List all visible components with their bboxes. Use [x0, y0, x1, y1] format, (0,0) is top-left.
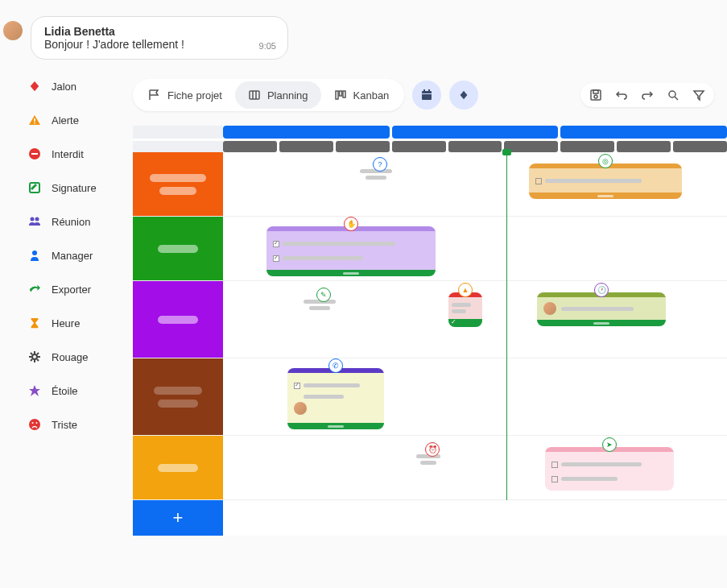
- share-icon: [27, 282, 42, 296]
- chat-text: Bonjour ! J'adore tellement !: [44, 38, 239, 51]
- svg-rect-12: [250, 91, 259, 99]
- gantt-subheader: [133, 141, 727, 152]
- sub-period[interactable]: [336, 141, 390, 152]
- legend-label: Manager: [52, 250, 93, 262]
- svg-point-5: [31, 217, 35, 222]
- search-icon: [667, 89, 679, 101]
- row-label[interactable]: [133, 281, 223, 358]
- svg-rect-0: [34, 118, 35, 122]
- svg-rect-20: [423, 89, 425, 92]
- sub-period[interactable]: [279, 141, 333, 152]
- legend-triste[interactable]: Triste: [27, 417, 133, 432]
- edit-icon: ✎: [316, 288, 331, 302]
- tab-planning[interactable]: Planning: [235, 81, 321, 109]
- legend-etoile[interactable]: Étoile: [27, 383, 133, 398]
- legend-label: Réunion: [52, 216, 90, 228]
- task-card[interactable]: ◎: [529, 164, 682, 199]
- legend-heure[interactable]: Heure: [27, 316, 133, 330]
- svg-point-25: [669, 91, 675, 97]
- row-label[interactable]: [133, 358, 223, 435]
- legend-label: Signature: [52, 182, 97, 194]
- chat-timestamp: 9:05: [259, 41, 276, 51]
- tab-label: Kanban: [353, 89, 390, 101]
- legend-label: Rouage: [52, 351, 89, 363]
- calendar-button[interactable]: [412, 81, 441, 110]
- legend-label: Interdit: [52, 148, 84, 160]
- legend-manager[interactable]: Manager: [27, 248, 133, 263]
- legend-signature[interactable]: Signature: [27, 180, 133, 195]
- svg-point-9: [29, 419, 40, 430]
- redo-icon: [641, 89, 654, 101]
- task-card[interactable]: ➤: [545, 447, 674, 491]
- legend-interdit[interactable]: Interdit: [27, 147, 133, 161]
- diamond-button[interactable]: [449, 81, 478, 110]
- svg-rect-17: [343, 91, 345, 97]
- sub-period[interactable]: [223, 141, 277, 152]
- gantt-row: ✎ ▲ ✓: [133, 281, 727, 358]
- edit-icon: [27, 180, 42, 195]
- save-button[interactable]: [589, 88, 603, 102]
- sub-period[interactable]: [617, 141, 671, 152]
- legend-exporter[interactable]: Exporter: [27, 282, 133, 296]
- svg-rect-16: [339, 91, 341, 96]
- legend-label: Étoile: [52, 385, 78, 397]
- legend-jalon[interactable]: Jalon: [27, 79, 133, 93]
- sub-period[interactable]: [673, 141, 727, 152]
- sub-period[interactable]: [560, 141, 614, 152]
- row-label[interactable]: [133, 217, 223, 280]
- task-card[interactable]: ⏰: [416, 452, 448, 467]
- time-period[interactable]: [560, 126, 727, 139]
- diamond-icon: [458, 89, 469, 101]
- legend-label: Triste: [52, 419, 77, 431]
- alert-icon: [27, 113, 42, 127]
- gantt-row: ? ◎: [133, 152, 727, 217]
- add-row-button[interactable]: +: [133, 500, 223, 536]
- sub-period[interactable]: [448, 141, 502, 152]
- task-card[interactable]: ?: [360, 167, 400, 182]
- task-card[interactable]: 🕐: [537, 292, 666, 326]
- tab-kanban[interactable]: Kanban: [321, 81, 403, 109]
- svg-point-6: [35, 217, 39, 222]
- today-marker: [506, 152, 507, 500]
- chat-message: Lidia Benetta Bonjour ! J'adore tellemen…: [0, 0, 727, 60]
- rocket-icon: ➤: [602, 437, 617, 452]
- chat-bubble: Lidia Benetta Bonjour ! J'adore tellemen…: [31, 16, 288, 60]
- task-card[interactable]: ✎: [304, 297, 344, 313]
- clock-icon: 🕐: [594, 283, 609, 297]
- legend-label: Heure: [52, 317, 80, 329]
- person-icon: [27, 248, 42, 263]
- undo-button[interactable]: [614, 88, 629, 102]
- diamond-icon: [27, 79, 42, 93]
- legend-sidebar: Jalon Alerte Interdit Signature Réunion …: [0, 79, 133, 536]
- row-label[interactable]: [133, 436, 223, 499]
- svg-rect-23: [593, 90, 598, 93]
- legend-alerte[interactable]: Alerte: [27, 113, 133, 127]
- task-card[interactable]: ✋: [266, 226, 436, 276]
- task-card[interactable]: ▲ ✓: [448, 292, 482, 327]
- hourglass-icon: [27, 316, 42, 330]
- task-card[interactable]: ✆: [287, 368, 384, 429]
- gantt-row: ✋: [133, 217, 727, 281]
- time-period[interactable]: [223, 126, 390, 139]
- alarm-icon: ⏰: [425, 442, 440, 457]
- sub-period[interactable]: [504, 141, 558, 152]
- filter-button[interactable]: [692, 88, 706, 102]
- target-icon: ◎: [598, 154, 613, 168]
- row-label[interactable]: [133, 152, 223, 216]
- search-button[interactable]: [666, 88, 680, 102]
- plus-icon: +: [173, 507, 184, 528]
- toolbar: Fiche projet Planning Kanban: [133, 79, 727, 111]
- legend-reunion[interactable]: Réunion: [27, 214, 133, 229]
- legend-rouage[interactable]: Rouage: [27, 350, 133, 364]
- tab-label: Fiche projet: [167, 89, 222, 101]
- tab-fiche-projet[interactable]: Fiche projet: [135, 81, 235, 109]
- time-period[interactable]: [392, 126, 559, 139]
- redo-button[interactable]: [640, 88, 655, 102]
- gantt-time-header: [133, 126, 727, 139]
- avatar: [294, 402, 307, 415]
- calendar-icon: [420, 89, 433, 101]
- svg-rect-18: [422, 91, 432, 100]
- svg-point-11: [36, 422, 38, 424]
- sub-period[interactable]: [392, 141, 446, 152]
- question-icon: ?: [373, 157, 387, 172]
